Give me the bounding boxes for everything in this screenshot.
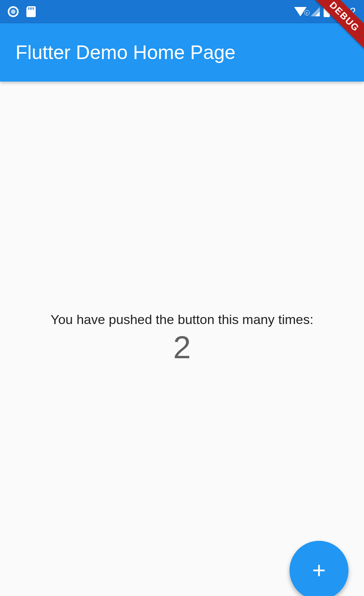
counter-label: You have pushed the button this many tim… — [43, 312, 321, 327]
increment-button[interactable]: + — [289, 541, 348, 596]
notification-circle-icon — [8, 6, 19, 17]
main-content: You have pushed the button this many tim… — [0, 82, 364, 596]
status-bar-left — [8, 6, 36, 17]
page-title: Flutter Demo Home Page — [16, 41, 236, 64]
cellular-signal-icon — [310, 7, 320, 16]
plus-icon: + — [312, 559, 326, 582]
app-bar: Flutter Demo Home Page — [0, 23, 364, 82]
counter-value: 2 — [173, 329, 191, 366]
wifi-disconnected-badge: x — [304, 10, 310, 16]
wifi-icon: x — [294, 7, 307, 16]
sd-card-icon — [26, 6, 36, 17]
android-status-bar: x 8:52 — [0, 0, 364, 23]
